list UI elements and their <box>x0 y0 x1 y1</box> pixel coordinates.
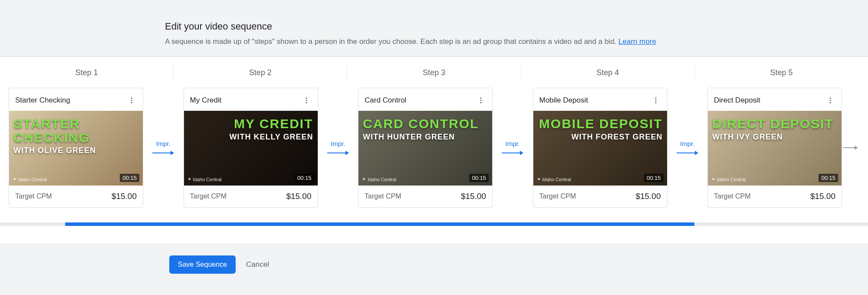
step-card[interactable]: Card Control CARD CONTROL WITH HUNTER GR… <box>358 88 493 208</box>
thumb-subline: WITH HUNTER GREEN <box>363 133 488 142</box>
trailing-arrow <box>842 145 859 150</box>
scroll-indicator-thumb[interactable] <box>65 222 694 226</box>
thumb-headline: STARTER CHECKING <box>13 117 138 144</box>
page-description: A sequence is made up of "steps" shown t… <box>165 37 868 46</box>
video-thumbnail[interactable]: CARD CONTROL WITH HUNTER GREEN ✦Idaho Ce… <box>358 111 492 186</box>
more-options-icon[interactable] <box>475 94 487 106</box>
thumb-headline: CARD CONTROL <box>363 117 488 131</box>
thumb-subline: WITH IVY GREEN <box>712 133 837 142</box>
more-options-icon[interactable] <box>300 94 312 106</box>
step-labels-row: Step 1 Step 2 Step 3 Step 4 Step 5 <box>0 57 868 84</box>
page-title: Edit your video sequence <box>165 21 868 32</box>
thumb-headline: DIRECT DEPOSIT <box>712 117 837 131</box>
svg-point-17 <box>655 102 656 103</box>
brand-logo-badge: ✦Idaho Central <box>362 176 396 182</box>
brand-logo-badge: ✦Idaho Central <box>187 176 222 182</box>
card-title: Starter Checking <box>15 96 70 105</box>
more-options-icon[interactable] <box>125 94 138 106</box>
duration-badge: 00:15 <box>819 174 838 182</box>
step-card[interactable]: My Credit MY CREDIT WITH KELLY GREEN ✦Id… <box>184 88 318 208</box>
card-title: My Credit <box>190 96 222 105</box>
target-cpm-value: $15.00 <box>461 192 486 201</box>
svg-point-15 <box>655 97 656 99</box>
duration-badge: 00:15 <box>120 174 139 182</box>
step-card[interactable]: Direct Deposit DIRECT DEPOSIT WITH IVY G… <box>707 88 842 208</box>
header: Edit your video sequence A sequence is m… <box>0 0 868 56</box>
sequence-arrow: Impr. <box>493 140 533 156</box>
target-cpm-label: Target CPM <box>539 192 576 200</box>
svg-marker-24 <box>855 146 858 150</box>
sequence-arrow: Impr. <box>143 140 184 156</box>
svg-marker-19 <box>695 151 698 155</box>
cancel-button[interactable]: Cancel <box>246 260 269 269</box>
thumb-headline: MOBILE DEPOSIT <box>538 117 663 131</box>
footer-actions: Save Sequence Cancel <box>0 243 868 291</box>
sequence-arrow: Impr. <box>318 140 358 156</box>
sequence-area: Step 1 Step 2 Step 3 Step 4 Step 5 Start… <box>0 56 868 243</box>
arrow-right-icon <box>843 145 858 150</box>
more-options-icon[interactable] <box>650 94 662 106</box>
brand-logo-badge: ✦Idaho Central <box>537 176 571 182</box>
scroll-indicator[interactable] <box>0 222 868 226</box>
learn-more-link[interactable]: Learn more <box>618 37 656 46</box>
save-button[interactable]: Save Sequence <box>169 255 236 274</box>
sequence-arrow: Impr. <box>667 140 708 156</box>
arrow-right-icon <box>327 150 349 156</box>
svg-marker-14 <box>520 151 523 155</box>
arrow-right-icon <box>152 150 174 156</box>
target-cpm-value: $15.00 <box>635 192 661 201</box>
arrow-label: Impr. <box>506 140 520 147</box>
svg-point-22 <box>830 102 831 103</box>
step-card[interactable]: Starter Checking STARTER CHECKING WITH O… <box>9 88 143 208</box>
target-cpm-value: $15.00 <box>112 192 137 201</box>
duration-badge: 00:15 <box>295 174 314 182</box>
cards-row: Starter Checking STARTER CHECKING WITH O… <box>0 84 868 208</box>
description-text: A sequence is made up of "steps" shown t… <box>165 37 616 46</box>
svg-marker-9 <box>345 151 349 155</box>
arrow-right-icon <box>502 150 523 156</box>
duration-badge: 00:15 <box>644 174 664 182</box>
arrow-right-icon <box>677 150 698 156</box>
svg-point-10 <box>480 97 482 99</box>
video-thumbnail[interactable]: MY CREDIT WITH KELLY GREEN ✦Idaho Centra… <box>184 111 318 186</box>
duration-badge: 00:15 <box>469 174 489 182</box>
target-cpm-label: Target CPM <box>365 192 401 200</box>
target-cpm-value: $15.00 <box>810 192 835 201</box>
more-options-icon[interactable] <box>824 94 836 106</box>
video-thumbnail[interactable]: DIRECT DEPOSIT WITH IVY GREEN ✦Idaho Cen… <box>708 111 842 186</box>
card-title: Direct Deposit <box>714 96 760 105</box>
brand-logo-badge: ✦Idaho Central <box>711 176 746 182</box>
svg-point-11 <box>480 100 482 101</box>
arrow-label: Impr. <box>331 140 345 147</box>
target-cpm-label: Target CPM <box>190 192 227 200</box>
step-label: Step 3 <box>347 66 521 80</box>
svg-point-1 <box>131 100 132 101</box>
svg-point-5 <box>306 97 307 99</box>
thumb-headline: MY CREDIT <box>188 117 313 131</box>
arrow-label: Impr. <box>156 140 171 147</box>
target-cpm-value: $15.00 <box>286 192 311 201</box>
thumb-subline: WITH OLIVE GREEN <box>13 146 138 155</box>
arrow-label: Impr. <box>680 140 694 147</box>
thumb-subline: WITH KELLY GREEN <box>188 133 313 142</box>
step-card[interactable]: Mobile Deposit MOBILE DEPOSIT WITH FORES… <box>533 88 667 208</box>
target-cpm-label: Target CPM <box>15 192 52 200</box>
svg-point-0 <box>131 97 132 99</box>
svg-point-21 <box>830 100 831 101</box>
target-cpm-label: Target CPM <box>714 192 750 200</box>
svg-point-20 <box>830 97 831 99</box>
svg-point-12 <box>480 102 482 103</box>
card-title: Mobile Deposit <box>539 96 588 105</box>
svg-point-2 <box>131 102 132 103</box>
video-thumbnail[interactable]: STARTER CHECKING WITH OLIVE GREEN ✦Idaho… <box>9 111 143 186</box>
video-thumbnail[interactable]: MOBILE DEPOSIT WITH FOREST GREEN ✦Idaho … <box>533 111 667 186</box>
svg-point-7 <box>306 102 307 103</box>
card-title: Card Control <box>365 96 406 105</box>
step-label: Step 5 <box>695 66 868 80</box>
step-label: Step 4 <box>521 66 695 80</box>
step-label: Step 1 <box>0 66 174 80</box>
svg-marker-4 <box>171 151 174 155</box>
svg-point-6 <box>306 100 307 101</box>
brand-logo-badge: ✦Idaho Central <box>13 176 47 182</box>
step-label: Step 2 <box>174 66 347 80</box>
